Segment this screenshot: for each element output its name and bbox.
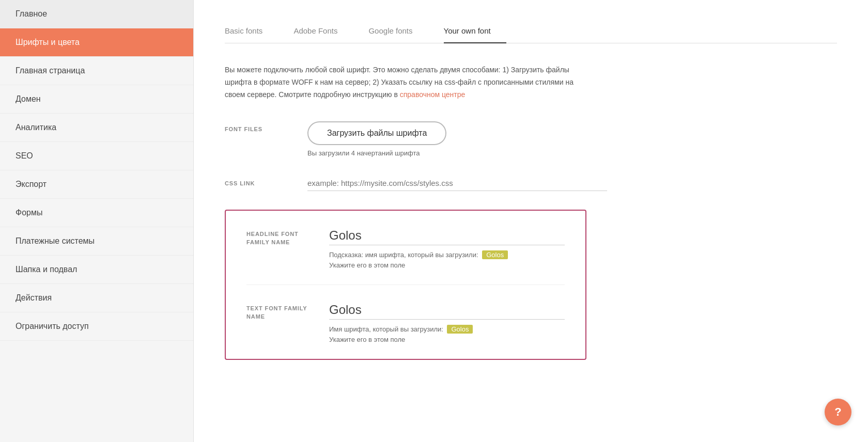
headline-font-hint: Подсказка: имя шрифта, который вы загруз… [329,250,565,259]
text-font-input[interactable] [329,301,565,320]
text-font-hint2: Укажите его в этом поле [329,336,565,343]
headline-font-hint-prefix: Подсказка: имя шрифта, который вы загруз… [329,251,478,259]
sidebar-item-fonts[interactable]: Шрифты и цвета [0,28,193,57]
help-icon: ? [834,405,841,419]
sidebar-item-domain[interactable]: Домен [0,85,193,114]
tab-basic[interactable]: Basic fonts [225,21,278,43]
css-link-input[interactable] [307,176,607,191]
sidebar-item-homepage[interactable]: Главная страница [0,57,193,85]
tab-adobe[interactable]: Adobe Fonts [293,21,353,43]
sidebar-item-main[interactable]: Главное [0,0,193,28]
sidebar-item-forms[interactable]: Формы [0,199,193,227]
headline-font-input[interactable] [329,226,565,245]
headline-font-content: Подсказка: имя шрифта, который вы загруз… [329,226,565,269]
tab-google[interactable]: Google fonts [368,21,428,43]
css-link-row: CSS LINK [225,176,837,191]
help-center-link[interactable]: справочном центре [400,90,466,99]
font-files-row: FONT FILES Загрузить файлы шрифта Вы заг… [225,121,837,157]
sidebar-item-access[interactable]: Ограничить доступ [0,312,193,341]
css-link-label: CSS LINK [225,176,287,187]
headline-font-label: HEADLINE FONT FAMILY NAME [246,226,308,246]
text-font-content: Имя шрифта, который вы загрузили: Golos … [329,301,565,343]
upload-font-button[interactable]: Загрузить файлы шрифта [307,121,446,145]
text-font-hint-prefix: Имя шрифта, который вы загрузили: [329,325,443,333]
font-family-box: HEADLINE FONT FAMILY NAME Подсказка: имя… [225,210,586,360]
font-files-label: FONT FILES [225,121,287,133]
font-files-content: Загрузить файлы шрифта Вы загрузили 4 на… [307,121,607,157]
css-link-content [307,176,607,191]
sidebar: ГлавноеШрифты и цветаГлавная страницаДом… [0,0,194,442]
sidebar-item-payments[interactable]: Платежные системы [0,227,193,256]
help-button[interactable]: ? [825,399,851,425]
sidebar-item-header_footer[interactable]: Шапка и подвал [0,256,193,284]
headline-font-hint2: Укажите его в этом поле [329,261,565,269]
text-font-hint: Имя шрифта, который вы загрузили: Golos [329,325,565,334]
sidebar-item-actions[interactable]: Действия [0,284,193,312]
sidebar-item-analytics[interactable]: Аналитика [0,114,193,142]
text-font-badge: Golos [447,325,473,334]
headline-font-row: HEADLINE FONT FAMILY NAME Подсказка: имя… [246,226,565,269]
description-text: Вы можете подключить любой свой шрифт. Э… [225,64,576,101]
tab-navigation: Basic fontsAdobe FontsGoogle fontsYour o… [225,21,837,43]
sidebar-item-export[interactable]: Экспорт [0,170,193,199]
text-font-label: TEXT FONT FAMILY NAME [246,301,308,321]
headline-font-badge: Golos [482,250,508,259]
upload-hint: Вы загрузили 4 начертаний шрифта [307,149,607,157]
description-body: Вы можете подключить любой свой шрифт. Э… [225,66,574,99]
text-font-row: TEXT FONT FAMILY NAME Имя шрифта, которы… [246,285,565,343]
tab-own[interactable]: Your own font [444,21,506,43]
main-content: Basic fontsAdobe FontsGoogle fontsYour o… [194,0,868,442]
sidebar-item-seo[interactable]: SEO [0,142,193,170]
